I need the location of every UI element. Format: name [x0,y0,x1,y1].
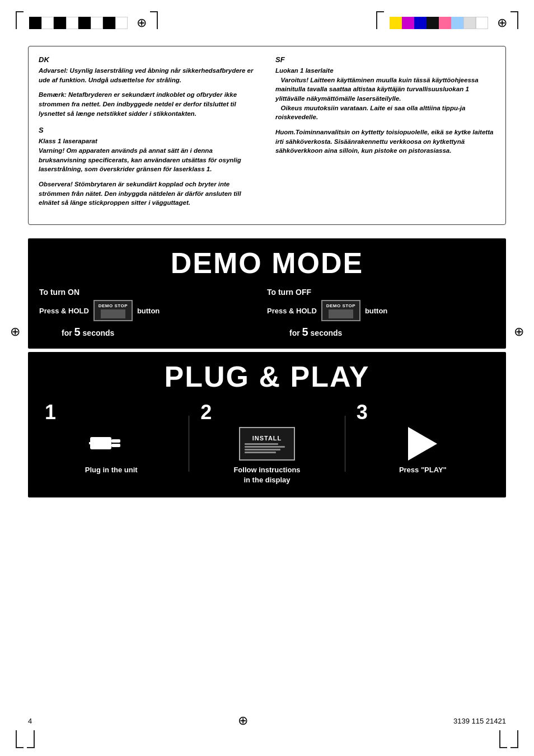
step-2-label: Follow instructions in the display [233,465,300,485]
lang-text-sf-1: Luokan 1 laserlaite Varoitus! Laitteen k… [275,66,495,122]
warning-col-right: SF Luokan 1 laserlaite Varoitus! Laittee… [275,55,495,215]
step-3-number: 3 [357,402,368,422]
install-text: INSTALL [252,435,282,442]
plug-play-steps: 1 Plug in the unit [39,402,495,485]
demo-mode-title: DEMO MODE [39,246,495,280]
demo-button-rect-off [329,309,353,318]
demo-button-rect-on [101,309,125,318]
registration-mark-top-left: ⊕ [137,17,147,29]
demo-on-press-label: Press & HOLD [39,307,89,315]
plug-play-title: PLUG & PLAY [39,360,495,393]
demo-off-press-label: Press & HOLD [267,307,317,315]
demo-off-label: To turn OFF [267,288,311,297]
lang-title-s: S [39,126,259,134]
lang-text-dk-1: Advarsel: Usynlig laserstråling ved åbni… [39,66,259,84]
demo-off-press-row: Press & HOLD DEMO STOP button [267,300,387,321]
plug-step-2: 2 INSTALL Follow instructions in the dis… [195,402,339,485]
demo-mode-section: DEMO MODE To turn ON Press & HOLD DEMO S… [28,238,506,349]
svg-rect-0 [90,437,111,449]
step-2-number: 2 [200,402,212,422]
demo-stop-label-off: DEMO STOP [326,303,355,308]
lang-text-dk-2: Bemærk: Netafbryderen er sekundært indko… [39,90,259,118]
page-number: 4 [28,717,32,725]
bottom-right-corner [499,730,518,748]
lang-section-sf: SF Luokan 1 laserlaite Varoitus! Laittee… [275,55,495,156]
plug-step-3: 3 Press "PLAY" [351,402,495,475]
product-code: 3139 115 21421 [453,717,506,725]
demo-on-seconds: for 5 seconds [62,326,114,339]
demo-turn-on: To turn ON Press & HOLD DEMO STOP button… [39,288,267,339]
demo-mode-row: To turn ON Press & HOLD DEMO STOP button… [39,288,495,339]
demo-on-press-row: Press & HOLD DEMO STOP button [39,300,160,321]
install-icon: INSTALL [239,427,295,461]
svg-rect-2 [111,444,120,447]
registration-mark-right: ⊕ [514,325,524,339]
lang-text-s-2: Observera! Stömbrytaren är sekundärt kop… [39,180,259,208]
warning-col-left: DK Advarsel: Usynlig laserstråling ved å… [39,55,259,215]
bottom-left-corner [16,730,35,748]
warning-box: DK Advarsel: Usynlig laserstråling ved å… [28,46,506,225]
step-1-label: Plug in the unit [85,465,138,475]
plug-step-1: 1 Plug in the unit [39,402,183,475]
registration-mark-top-right: ⊕ [497,17,507,29]
demo-off-button-suffix: button [365,307,387,315]
step-3-label: Press "PLAY" [399,465,447,475]
top-left-corner: ⊕ [16,11,158,29]
demo-stop-label-on: DEMO STOP [99,303,128,308]
step-1-number: 1 [45,402,56,422]
plug-icon [89,427,134,461]
top-right-corner: ⊕ [376,11,518,29]
registration-mark-left: ⊕ [10,325,20,339]
svg-rect-1 [111,439,120,443]
demo-off-seconds: for 5 seconds [289,326,342,339]
plug-play-section: PLUG & PLAY 1 Plug in the unit [28,352,506,497]
play-icon [408,427,437,461]
lang-text-sf-2: Huom.Toiminnanvalitsin on kyttetty toisi… [275,128,495,156]
lang-text-s-1: Klass 1 laseraparat Varning! Om apparate… [39,137,259,174]
demo-turn-off: To turn OFF Press & HOLD DEMO STOP butto… [267,288,495,339]
lang-title-dk: DK [39,55,259,64]
lang-title-sf: SF [275,55,495,64]
demo-on-label: To turn ON [39,288,79,297]
lang-section-s: S Klass 1 laseraparat Varning! Om appara… [39,126,259,208]
lang-section-dk: DK Advarsel: Usynlig laserstråling ved å… [39,55,259,118]
demo-stop-button-off: DEMO STOP [321,300,360,321]
bottom-info: 4 ⊕ 3139 115 21421 [0,713,534,728]
demo-stop-button-on: DEMO STOP [93,300,133,321]
registration-mark-bottom: ⊕ [238,713,248,728]
demo-on-button-suffix: button [137,307,160,315]
